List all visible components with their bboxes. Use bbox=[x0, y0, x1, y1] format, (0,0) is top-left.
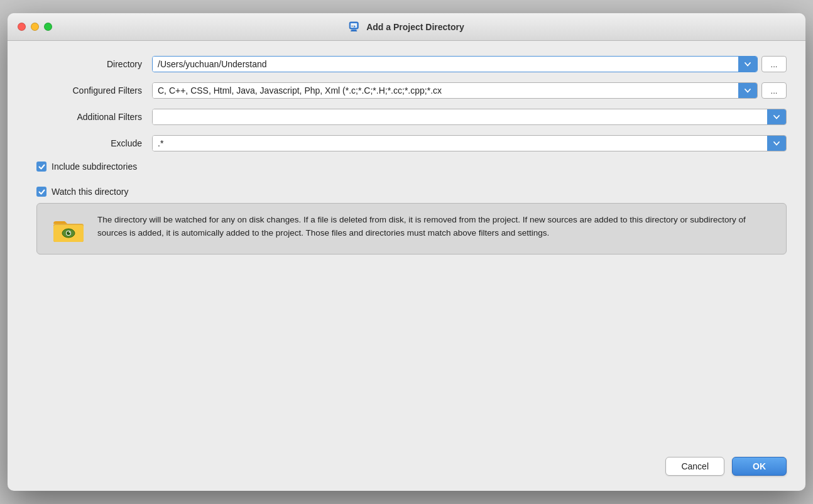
configured-filters-browse-button[interactable]: ... bbox=[761, 82, 787, 99]
chevron-down-icon bbox=[773, 141, 780, 146]
additional-filters-combo bbox=[152, 109, 787, 125]
additional-filters-label: Additional Filters bbox=[26, 112, 152, 122]
dialog-title: Add a Project Directory bbox=[366, 22, 464, 32]
chevron-down-icon bbox=[773, 115, 780, 119]
traffic-lights bbox=[18, 23, 52, 31]
checkmark-icon bbox=[38, 163, 45, 170]
watch-section: Watch this directory bbox=[26, 187, 787, 255]
watch-directory-checkbox[interactable] bbox=[36, 187, 46, 197]
include-subdirectories-row: Include subdirectories bbox=[26, 162, 787, 172]
folder-icon-wrap bbox=[50, 214, 87, 244]
directory-browse-button[interactable]: ... bbox=[761, 56, 787, 72]
dialog-content: Directory ... Configured Filters bbox=[8, 41, 805, 447]
exclude-dropdown-btn[interactable] bbox=[767, 136, 786, 151]
checkmark-icon bbox=[38, 189, 45, 195]
dialog-footer: Cancel OK bbox=[8, 447, 805, 491]
close-button[interactable] bbox=[18, 23, 26, 31]
minimize-button[interactable] bbox=[31, 23, 39, 31]
configured-filters-dropdown-btn[interactable] bbox=[738, 83, 757, 98]
svg-point-12 bbox=[69, 232, 70, 233]
include-subdirectories-label: Include subdirectories bbox=[52, 162, 137, 172]
app-icon bbox=[349, 21, 361, 33]
exclude-input[interactable] bbox=[153, 136, 767, 151]
configured-filters-row: Configured Filters ... bbox=[26, 82, 787, 99]
additional-filters-input[interactable] bbox=[153, 109, 767, 124]
additional-filters-row: Additional Filters bbox=[26, 109, 787, 125]
configured-filters-input[interactable] bbox=[153, 83, 738, 98]
directory-label: Directory bbox=[26, 59, 152, 69]
exclude-combo bbox=[152, 135, 787, 151]
exclude-control-group bbox=[152, 135, 787, 151]
folder-eye-icon bbox=[52, 216, 85, 244]
include-subdirectories-checkbox[interactable] bbox=[36, 162, 46, 172]
exclude-row: Exclude bbox=[26, 135, 787, 151]
maximize-button[interactable] bbox=[44, 23, 52, 31]
directory-row: Directory ... bbox=[26, 56, 787, 72]
watch-checkbox-row: Watch this directory bbox=[26, 187, 787, 197]
configured-filters-combo bbox=[152, 82, 758, 99]
additional-filters-dropdown-btn[interactable] bbox=[767, 109, 786, 124]
directory-dropdown-btn[interactable] bbox=[738, 57, 757, 72]
title-bar: Add a Project Directory bbox=[8, 13, 805, 41]
dialog: Add a Project Directory Directory ... bbox=[8, 13, 805, 491]
exclude-label: Exclude bbox=[26, 138, 152, 148]
configured-filters-control-group: ... bbox=[152, 82, 787, 99]
chevron-down-icon bbox=[745, 89, 751, 93]
watch-info-text: The directory will be watched for any on… bbox=[97, 214, 773, 240]
ok-button[interactable]: OK bbox=[732, 457, 787, 476]
svg-rect-3 bbox=[351, 30, 357, 31]
directory-input[interactable] bbox=[153, 57, 738, 72]
additional-filters-control-group bbox=[152, 109, 787, 125]
configured-filters-label: Configured Filters bbox=[26, 85, 152, 96]
chevron-down-icon bbox=[745, 62, 751, 67]
directory-control-group: ... bbox=[152, 56, 787, 72]
cancel-button[interactable]: Cancel bbox=[665, 457, 724, 476]
svg-rect-4 bbox=[351, 26, 353, 26]
title-bar-title: Add a Project Directory bbox=[349, 21, 464, 33]
directory-combo bbox=[152, 56, 758, 72]
watch-directory-label: Watch this directory bbox=[52, 187, 128, 197]
watch-info-box: The directory will be watched for any on… bbox=[36, 203, 787, 255]
